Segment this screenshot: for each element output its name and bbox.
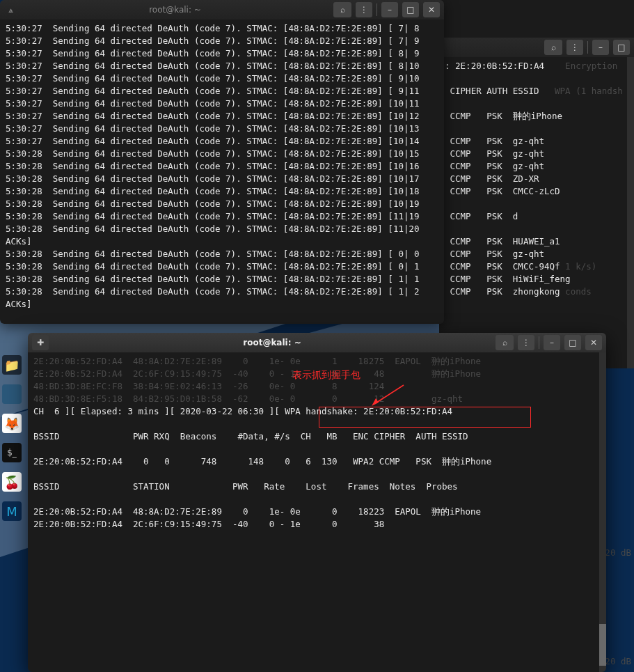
dock-metasploit-icon[interactable]: M <box>2 501 22 521</box>
ghost-text: 20 dB <box>605 547 631 558</box>
window-title: root@kali: ~ <box>53 338 491 347</box>
minimize-button[interactable]: – <box>381 2 398 17</box>
search-button[interactable]: ⌕ <box>544 40 562 55</box>
terminal-window-deauth: ⟁ root@kali: ~ ⌕ ⋮ – □ ✕ 5:30:27 Sending… <box>0 0 444 324</box>
menu-button[interactable]: ⋮ <box>566 40 583 55</box>
dock-app-icon[interactable] <box>2 384 22 404</box>
dock-files-icon[interactable]: 📁 <box>2 355 22 375</box>
annotation-arrow-icon <box>369 382 411 409</box>
window-title: root@kali: ~ <box>21 5 329 15</box>
svg-marker-1 <box>372 398 379 406</box>
annotation-label: 表示抓到握手包 <box>292 369 360 382</box>
new-tab-button[interactable]: ✚ <box>32 335 49 350</box>
titlebar[interactable]: ⌕ ⋮ – □ <box>439 38 634 57</box>
minimize-button[interactable]: – <box>544 335 560 350</box>
terminal-window-airodump: ✚ root@kali: ~ ⌕ ⋮ – □ ✕ 2E:20:0B:52:FD:… <box>28 333 606 672</box>
search-button[interactable]: ⌕ <box>496 335 514 350</box>
maximize-button[interactable]: □ <box>402 2 419 17</box>
maximize-button[interactable]: □ <box>564 335 581 350</box>
dock-terminal-icon[interactable]: $_ <box>2 443 22 462</box>
dock-cherrytree-icon[interactable]: 🍒 <box>2 472 22 492</box>
scrollbar-thumb[interactable] <box>599 624 606 666</box>
search-button[interactable]: ⌕ <box>333 2 351 17</box>
terminal-output[interactable]: 2E:20:0B:52:FD:A4 48:8A:D2:7E:2E:89 0 1e… <box>28 352 606 672</box>
desktop-dock: 📁 🦊 $_ 🍒 M <box>0 327 24 521</box>
maximize-button[interactable]: □ <box>613 40 630 55</box>
menu-button[interactable]: ⋮ <box>518 335 534 350</box>
menu-button[interactable]: ⋮ <box>356 2 372 17</box>
titlebar[interactable]: ✚ root@kali: ~ ⌕ ⋮ – □ ✕ <box>28 333 606 352</box>
ghost-text: 20 dB <box>605 656 631 666</box>
kali-logo-icon: ⟁ <box>4 3 17 16</box>
titlebar[interactable]: ⟁ root@kali: ~ ⌕ ⋮ – □ ✕ <box>0 0 444 19</box>
dock-firefox-icon[interactable]: 🦊 <box>2 414 22 433</box>
annotation-highlight-box <box>319 407 531 428</box>
close-button[interactable]: ✕ <box>585 335 602 350</box>
minimize-button[interactable]: – <box>592 40 609 55</box>
terminal-window-airodump-bg: ⌕ ⋮ – □ : 2E:20:0B:52:FD:A4 Encryption C… <box>439 38 634 368</box>
svg-line-0 <box>374 385 404 404</box>
close-button[interactable]: ✕ <box>423 2 440 17</box>
terminal-output[interactable]: : 2E:20:0B:52:FD:A4 Encryption CIPHER AU… <box>439 57 634 368</box>
terminal-output[interactable]: 5:30:27 Sending 64 directed DeAuth (code… <box>0 19 444 324</box>
